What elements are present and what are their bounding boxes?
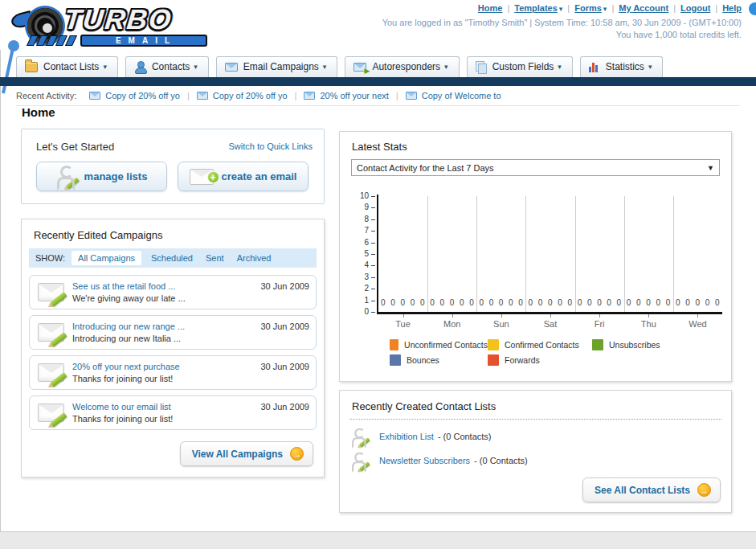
chart-value-label: 0	[529, 298, 533, 307]
recent-activity-link[interactable]: Copy of 20% off yo	[105, 91, 180, 100]
recent-activity-items: Copy of 20% off yo|Copy of 20% off yo|20…	[89, 91, 501, 100]
chart-y-tick	[371, 312, 375, 313]
campaign-title-link[interactable]: See us at the retail food ...	[72, 281, 186, 292]
create-email-button[interactable]: + create an email	[178, 162, 309, 191]
stats-range-select[interactable]: Contact Activity for the Last 7 Days ▼	[351, 159, 720, 176]
envelope-icon	[304, 92, 315, 100]
campaign-subtitle: Thanks for joining our list!	[72, 414, 173, 424]
email-campaigns-icon	[225, 63, 238, 72]
envelope-edit-icon	[38, 404, 64, 422]
campaign-filter-all-campaigns[interactable]: All Campaigns	[72, 251, 141, 265]
chart-x-label: Mon	[443, 319, 460, 329]
turbo-email-logo: TURBO EMAIL	[6, 2, 223, 48]
nav-link-forms[interactable]: Forms	[574, 3, 602, 13]
chart-value-label: 0	[695, 298, 700, 307]
recent-activity-link[interactable]: Copy of Welcome to	[422, 91, 501, 100]
campaign-subtitle: Introducing our new Italia ...	[72, 334, 181, 343]
tab-label: Statistics	[606, 61, 644, 72]
campaign-filter-archived[interactable]: Archived	[237, 253, 272, 263]
chart-value-label: 0	[617, 298, 622, 307]
logo-wordmark: TURBO	[63, 3, 174, 35]
recent-activity-link[interactable]: Copy of 20% off yo	[213, 91, 288, 100]
go-arrow-icon: →	[697, 483, 711, 497]
legend-swatch-icon	[390, 339, 398, 350]
recent-activity-bar: Recent Activity: Copy of 20% off yo|Copy…	[16, 86, 740, 106]
tab-custom-fields[interactable]: Custom Fields▾	[467, 56, 573, 77]
chart-x-tick	[648, 314, 649, 318]
nav-link-logout[interactable]: Logout	[680, 3, 710, 13]
chart-value-label: 0	[607, 298, 611, 307]
campaign-card[interactable]: Welcome to our email list Thanks for joi…	[29, 395, 317, 430]
chart-x-tick	[550, 314, 551, 318]
view-all-campaigns-button[interactable]: View All Campaigns →	[180, 441, 313, 466]
dotted-divider	[349, 419, 721, 420]
campaign-filter-scheduled[interactable]: Scheduled	[151, 253, 193, 263]
switch-quick-links-link[interactable]: Switch to Quick Links	[228, 141, 313, 151]
help-bubble-icon[interactable]	[749, 2, 756, 15]
statistics-icon	[589, 62, 600, 72]
person-pencil-icon	[351, 452, 368, 469]
chart-y-label: 7	[348, 226, 369, 235]
campaign-card[interactable]: Introducing our new range ... Introducin…	[29, 315, 317, 350]
chart-y-label: 9	[348, 203, 369, 211]
chart-x-tick	[501, 314, 502, 318]
campaign-filter-sent[interactable]: Sent	[206, 253, 224, 263]
manage-lists-button[interactable]: manage lists	[36, 162, 167, 191]
campaign-card[interactable]: 20% off your next purchase Thanks for jo…	[29, 355, 317, 390]
chart-value-label: 0	[597, 298, 602, 307]
chart-y-label: 5	[348, 249, 369, 258]
tab-contacts[interactable]: Contacts▾	[125, 56, 209, 77]
tab-label: Contacts	[152, 61, 190, 72]
chart-value-label: 0	[509, 298, 513, 307]
nav-link-my-account[interactable]: My Account	[619, 3, 668, 13]
campaign-card-list: See us at the retail food ... We're givi…	[29, 275, 317, 436]
chart-value-label: 0	[381, 298, 386, 307]
recent-activity-link[interactable]: 20% off your next	[320, 91, 388, 100]
contact-list-link[interactable]: Exhibition List	[379, 432, 434, 441]
autoresponders-icon	[353, 63, 366, 72]
nav-link-home[interactable]: Home	[478, 3, 503, 13]
tab-label: Contact Lists	[43, 61, 99, 72]
tab-statistics[interactable]: Statistics▾	[580, 56, 664, 77]
campaign-title-link[interactable]: 20% off your next purchase	[72, 361, 180, 372]
chart-value-label: 0	[479, 298, 484, 307]
see-all-contact-lists-button[interactable]: See All Contact Lists →	[582, 477, 721, 502]
campaign-title-link[interactable]: Welcome to our email list	[72, 401, 173, 412]
contact-list-link[interactable]: Newsletter Subscribers	[379, 456, 470, 465]
contact-list-item: Exhibition List - (0 Contacts)	[351, 424, 528, 449]
chart-value-label: 0	[685, 298, 690, 307]
chart-grid-line	[673, 196, 674, 312]
campaign-date: 30 Jun 2009	[260, 402, 309, 412]
chart-y-tick	[371, 231, 375, 231]
chart-y-axis	[377, 195, 378, 313]
chart-value-label: 0	[450, 298, 455, 307]
chevron-down-icon: ▾	[648, 63, 652, 71]
campaign-card[interactable]: See us at the retail food ... We're givi…	[29, 275, 317, 309]
nav-separator: |	[567, 3, 570, 13]
legend-item: Confirmed Contacts	[488, 339, 592, 350]
campaign-date: 30 Jun 2009	[260, 281, 309, 291]
campaign-title-link[interactable]: Introducing our new range ...	[72, 321, 185, 332]
tab-autoresponders[interactable]: Autoresponders▾	[345, 56, 459, 77]
chart-y-label: 8	[348, 215, 369, 223]
campaign-date: 30 Jun 2009	[260, 362, 309, 371]
chart-value-label: 0	[439, 298, 444, 307]
contacts-icon	[134, 61, 146, 72]
tab-contact-lists[interactable]: Contact Lists▾	[16, 56, 118, 77]
chart-x-label: Thu	[641, 319, 656, 329]
stats-title: Latest Stats	[352, 141, 407, 153]
nav-link-templates[interactable]: Templates	[514, 3, 558, 13]
chart-value-label: 0	[587, 298, 592, 307]
chart-value-label: 0	[499, 298, 504, 307]
tab-email-campaigns[interactable]: Email Campaigns▾	[216, 56, 338, 77]
chart-value-label: 0	[567, 298, 572, 307]
chart-x-label: Wed	[689, 319, 706, 329]
envelope-plus-icon: +	[190, 169, 214, 185]
chart-x-tick	[403, 314, 404, 318]
nav-link-help[interactable]: Help	[722, 3, 742, 13]
chevron-down-icon: ▼	[707, 164, 714, 172]
activity-separator: |	[295, 91, 297, 100]
legend-item: Bounces	[390, 354, 488, 366]
chart-value-label: 0	[656, 298, 661, 307]
legend-label: Unconfirmed Contacts	[404, 340, 488, 350]
